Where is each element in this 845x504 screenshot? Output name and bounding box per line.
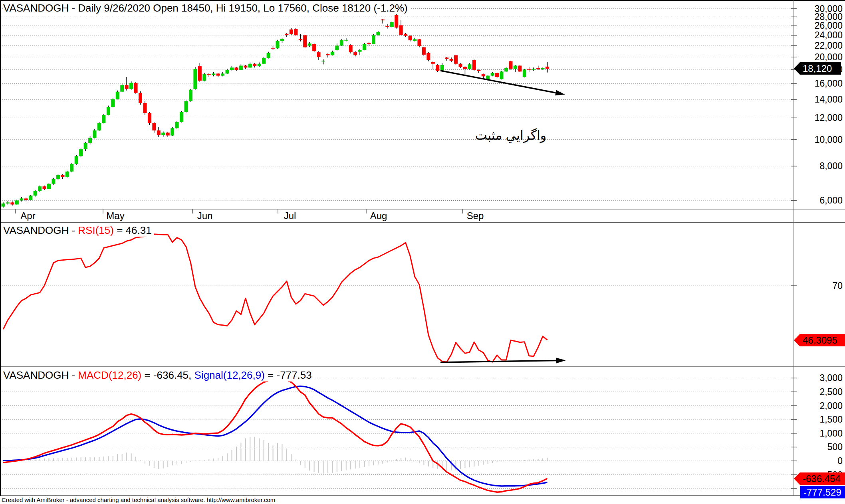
signal-title-indicator: Signal(12,26,9) bbox=[194, 369, 265, 381]
price-axis-label: 26,000 bbox=[779, 20, 843, 31]
rsi-panel-title: VASANDOGH - RSI(15) = 46.31 bbox=[3, 224, 154, 237]
amibroker-credit-text: Created with AmiBroker - advanced charti… bbox=[2, 496, 275, 503]
macd-title-prefix: VASANDOGH - bbox=[3, 369, 78, 381]
macd-axis-label: 0 bbox=[779, 456, 843, 466]
macd-title-value: = -636.45, bbox=[141, 369, 194, 381]
rsi-trend-arrow bbox=[440, 360, 556, 362]
price-axis-label: 14,000 bbox=[779, 94, 843, 105]
month-label-sep: Sep bbox=[467, 210, 484, 221]
month-label-jun: Jun bbox=[197, 210, 213, 221]
price-axis-label: 12,000 bbox=[779, 113, 843, 123]
price-axis-label: 6,000 bbox=[779, 195, 843, 206]
price-axis-label: 24,000 bbox=[779, 30, 843, 41]
macd-value-badge: -636.454 bbox=[794, 472, 845, 485]
chart-canvas[interactable] bbox=[0, 0, 845, 504]
price-axis-label: 16,000 bbox=[779, 78, 843, 89]
amibroker-chart-window: VASANDOGH - Daily 9/26/2020 Open 18450, … bbox=[0, 0, 845, 504]
macd-axis-label: 1,500 bbox=[779, 414, 843, 425]
macd-title-indicator: MACD(12,26) bbox=[78, 369, 141, 381]
signal-title-value: = -777.53 bbox=[265, 369, 312, 381]
month-label-aug: Aug bbox=[370, 210, 387, 221]
rsi-value-badge: 46.3095 bbox=[794, 334, 845, 346]
last-price-badge: 18,120 bbox=[794, 62, 841, 75]
price-axis-label: 20,000 bbox=[779, 52, 843, 63]
macd-axis-label: 2,000 bbox=[779, 401, 843, 411]
price-axis-label: 10,000 bbox=[779, 134, 843, 145]
macd-axis-label: 2,500 bbox=[779, 387, 843, 397]
macd-axis-label: 500 bbox=[779, 442, 843, 453]
price-axis-label: 22,000 bbox=[779, 40, 843, 51]
divergence-annotation: واگرايي مثبت bbox=[463, 128, 558, 143]
macd-axis-label: 3,000 bbox=[779, 373, 843, 383]
month-label-jul: Jul bbox=[284, 210, 296, 221]
macd-axis-label: 1,000 bbox=[779, 428, 843, 439]
month-label-may: May bbox=[106, 210, 124, 221]
price-axis-label: 8,000 bbox=[779, 161, 843, 172]
month-label-apr: Apr bbox=[20, 210, 35, 221]
rsi-title-value: = 46.31 bbox=[114, 224, 152, 236]
price-title-text: VASANDOGH - Daily 9/26/2020 Open 18450, … bbox=[3, 2, 408, 14]
rsi-title-prefix: VASANDOGH - bbox=[3, 224, 78, 236]
rsi-level-70-label: 70 bbox=[795, 281, 843, 291]
price-panel-title: VASANDOGH - Daily 9/26/2020 Open 18450, … bbox=[3, 2, 410, 14]
rsi-title-indicator: RSI(15) bbox=[78, 224, 114, 236]
macd-panel-title: VASANDOGH - MACD(12,26) = -636.45, Signa… bbox=[3, 369, 314, 381]
signal-value-badge: -777.529 bbox=[800, 486, 845, 498]
